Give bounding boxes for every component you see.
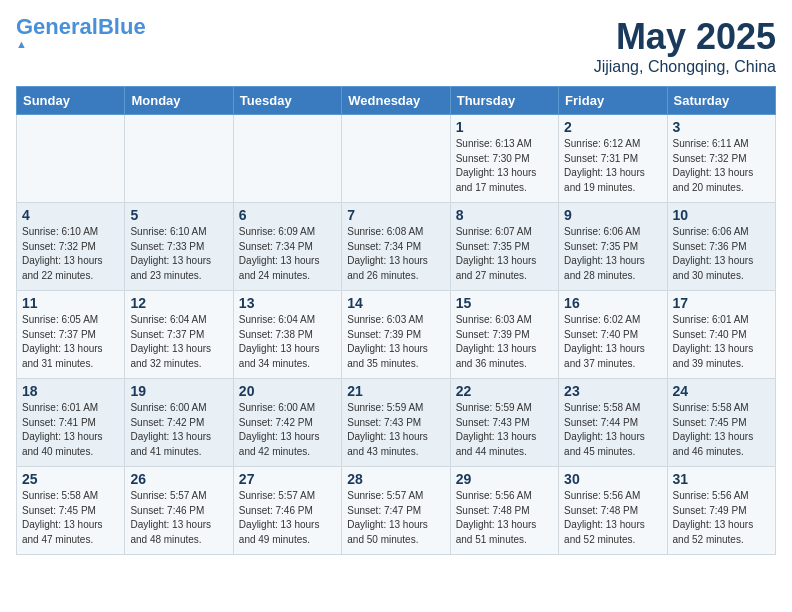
day-number: 17 — [673, 295, 770, 311]
day-number: 24 — [673, 383, 770, 399]
day-number: 31 — [673, 471, 770, 487]
weekday-header-tuesday: Tuesday — [233, 87, 341, 115]
day-number: 3 — [673, 119, 770, 135]
day-cell: 20Sunrise: 6:00 AM Sunset: 7:42 PM Dayli… — [233, 379, 341, 467]
weekday-header-row: SundayMondayTuesdayWednesdayThursdayFrid… — [17, 87, 776, 115]
logo: GeneralBlue ▲ — [16, 16, 146, 50]
day-info: Sunrise: 6:06 AM Sunset: 7:36 PM Dayligh… — [673, 225, 770, 283]
day-cell — [17, 115, 125, 203]
day-number: 14 — [347, 295, 444, 311]
day-number: 12 — [130, 295, 227, 311]
day-number: 9 — [564, 207, 661, 223]
week-row-3: 11Sunrise: 6:05 AM Sunset: 7:37 PM Dayli… — [17, 291, 776, 379]
day-info: Sunrise: 6:07 AM Sunset: 7:35 PM Dayligh… — [456, 225, 553, 283]
day-cell: 7Sunrise: 6:08 AM Sunset: 7:34 PM Daylig… — [342, 203, 450, 291]
day-info: Sunrise: 6:11 AM Sunset: 7:32 PM Dayligh… — [673, 137, 770, 195]
day-number: 22 — [456, 383, 553, 399]
day-info: Sunrise: 6:10 AM Sunset: 7:33 PM Dayligh… — [130, 225, 227, 283]
day-info: Sunrise: 5:57 AM Sunset: 7:46 PM Dayligh… — [239, 489, 336, 547]
day-cell: 19Sunrise: 6:00 AM Sunset: 7:42 PM Dayli… — [125, 379, 233, 467]
location: Jijiang, Chongqing, China — [594, 58, 776, 76]
day-number: 7 — [347, 207, 444, 223]
day-info: Sunrise: 5:58 AM Sunset: 7:45 PM Dayligh… — [22, 489, 119, 547]
title-area: May 2025 Jijiang, Chongqing, China — [594, 16, 776, 76]
day-number: 21 — [347, 383, 444, 399]
calendar-header: GeneralBlue ▲ May 2025 Jijiang, Chongqin… — [16, 16, 776, 76]
logo-general: General — [16, 14, 98, 39]
day-number: 29 — [456, 471, 553, 487]
day-info: Sunrise: 5:58 AM Sunset: 7:45 PM Dayligh… — [673, 401, 770, 459]
day-cell: 6Sunrise: 6:09 AM Sunset: 7:34 PM Daylig… — [233, 203, 341, 291]
day-info: Sunrise: 6:05 AM Sunset: 7:37 PM Dayligh… — [22, 313, 119, 371]
day-info: Sunrise: 6:00 AM Sunset: 7:42 PM Dayligh… — [239, 401, 336, 459]
day-info: Sunrise: 6:12 AM Sunset: 7:31 PM Dayligh… — [564, 137, 661, 195]
day-number: 27 — [239, 471, 336, 487]
day-cell: 24Sunrise: 5:58 AM Sunset: 7:45 PM Dayli… — [667, 379, 775, 467]
day-number: 4 — [22, 207, 119, 223]
day-cell: 21Sunrise: 5:59 AM Sunset: 7:43 PM Dayli… — [342, 379, 450, 467]
day-info: Sunrise: 6:03 AM Sunset: 7:39 PM Dayligh… — [456, 313, 553, 371]
day-info: Sunrise: 6:00 AM Sunset: 7:42 PM Dayligh… — [130, 401, 227, 459]
day-number: 10 — [673, 207, 770, 223]
day-number: 8 — [456, 207, 553, 223]
day-cell: 31Sunrise: 5:56 AM Sunset: 7:49 PM Dayli… — [667, 467, 775, 555]
week-row-5: 25Sunrise: 5:58 AM Sunset: 7:45 PM Dayli… — [17, 467, 776, 555]
day-number: 19 — [130, 383, 227, 399]
day-number: 30 — [564, 471, 661, 487]
day-info: Sunrise: 6:06 AM Sunset: 7:35 PM Dayligh… — [564, 225, 661, 283]
logo-tagline: ▲ — [16, 38, 28, 50]
day-cell: 3Sunrise: 6:11 AM Sunset: 7:32 PM Daylig… — [667, 115, 775, 203]
day-info: Sunrise: 5:57 AM Sunset: 7:46 PM Dayligh… — [130, 489, 227, 547]
day-number: 28 — [347, 471, 444, 487]
day-cell: 18Sunrise: 6:01 AM Sunset: 7:41 PM Dayli… — [17, 379, 125, 467]
weekday-header-saturday: Saturday — [667, 87, 775, 115]
day-number: 5 — [130, 207, 227, 223]
day-number: 20 — [239, 383, 336, 399]
day-info: Sunrise: 5:59 AM Sunset: 7:43 PM Dayligh… — [347, 401, 444, 459]
day-cell: 15Sunrise: 6:03 AM Sunset: 7:39 PM Dayli… — [450, 291, 558, 379]
day-cell: 27Sunrise: 5:57 AM Sunset: 7:46 PM Dayli… — [233, 467, 341, 555]
week-row-1: 1Sunrise: 6:13 AM Sunset: 7:30 PM Daylig… — [17, 115, 776, 203]
day-cell: 23Sunrise: 5:58 AM Sunset: 7:44 PM Dayli… — [559, 379, 667, 467]
weekday-header-thursday: Thursday — [450, 87, 558, 115]
day-info: Sunrise: 6:01 AM Sunset: 7:41 PM Dayligh… — [22, 401, 119, 459]
day-info: Sunrise: 5:58 AM Sunset: 7:44 PM Dayligh… — [564, 401, 661, 459]
day-cell — [233, 115, 341, 203]
day-cell: 13Sunrise: 6:04 AM Sunset: 7:38 PM Dayli… — [233, 291, 341, 379]
day-cell: 14Sunrise: 6:03 AM Sunset: 7:39 PM Dayli… — [342, 291, 450, 379]
day-cell: 29Sunrise: 5:56 AM Sunset: 7:48 PM Dayli… — [450, 467, 558, 555]
day-number: 6 — [239, 207, 336, 223]
weekday-header-friday: Friday — [559, 87, 667, 115]
day-info: Sunrise: 6:09 AM Sunset: 7:34 PM Dayligh… — [239, 225, 336, 283]
day-cell: 25Sunrise: 5:58 AM Sunset: 7:45 PM Dayli… — [17, 467, 125, 555]
day-info: Sunrise: 6:04 AM Sunset: 7:38 PM Dayligh… — [239, 313, 336, 371]
day-cell — [125, 115, 233, 203]
month-title: May 2025 — [594, 16, 776, 58]
day-cell: 4Sunrise: 6:10 AM Sunset: 7:32 PM Daylig… — [17, 203, 125, 291]
day-cell: 17Sunrise: 6:01 AM Sunset: 7:40 PM Dayli… — [667, 291, 775, 379]
day-info: Sunrise: 6:02 AM Sunset: 7:40 PM Dayligh… — [564, 313, 661, 371]
week-row-4: 18Sunrise: 6:01 AM Sunset: 7:41 PM Dayli… — [17, 379, 776, 467]
day-cell: 9Sunrise: 6:06 AM Sunset: 7:35 PM Daylig… — [559, 203, 667, 291]
day-cell: 10Sunrise: 6:06 AM Sunset: 7:36 PM Dayli… — [667, 203, 775, 291]
logo-blue: Blue — [98, 14, 146, 39]
day-number: 2 — [564, 119, 661, 135]
day-cell: 26Sunrise: 5:57 AM Sunset: 7:46 PM Dayli… — [125, 467, 233, 555]
day-number: 18 — [22, 383, 119, 399]
day-number: 11 — [22, 295, 119, 311]
day-cell: 12Sunrise: 6:04 AM Sunset: 7:37 PM Dayli… — [125, 291, 233, 379]
day-cell — [342, 115, 450, 203]
day-cell: 28Sunrise: 5:57 AM Sunset: 7:47 PM Dayli… — [342, 467, 450, 555]
day-info: Sunrise: 5:57 AM Sunset: 7:47 PM Dayligh… — [347, 489, 444, 547]
day-info: Sunrise: 6:04 AM Sunset: 7:37 PM Dayligh… — [130, 313, 227, 371]
day-number: 1 — [456, 119, 553, 135]
day-info: Sunrise: 6:13 AM Sunset: 7:30 PM Dayligh… — [456, 137, 553, 195]
day-number: 23 — [564, 383, 661, 399]
day-info: Sunrise: 5:59 AM Sunset: 7:43 PM Dayligh… — [456, 401, 553, 459]
day-cell: 22Sunrise: 5:59 AM Sunset: 7:43 PM Dayli… — [450, 379, 558, 467]
day-info: Sunrise: 6:10 AM Sunset: 7:32 PM Dayligh… — [22, 225, 119, 283]
day-cell: 1Sunrise: 6:13 AM Sunset: 7:30 PM Daylig… — [450, 115, 558, 203]
calendar-table: SundayMondayTuesdayWednesdayThursdayFrid… — [16, 86, 776, 555]
day-number: 13 — [239, 295, 336, 311]
day-cell: 30Sunrise: 5:56 AM Sunset: 7:48 PM Dayli… — [559, 467, 667, 555]
